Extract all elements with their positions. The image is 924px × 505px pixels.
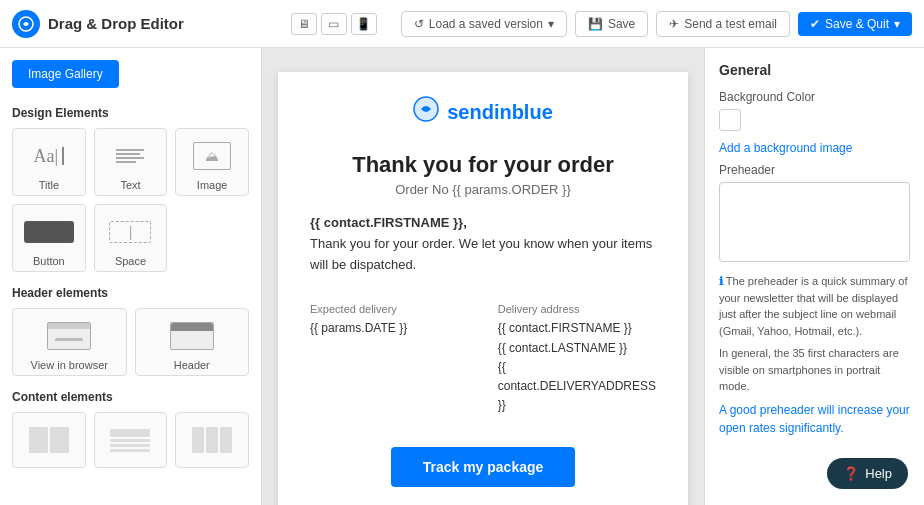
brand-logo-icon: [12, 10, 40, 38]
content1-icon: [29, 427, 69, 453]
help-icon: ❓: [843, 466, 859, 481]
dropdown-icon: ▾: [894, 17, 900, 31]
load-version-icon: ↺: [414, 17, 424, 31]
desktop-icon[interactable]: 🖥: [291, 13, 317, 35]
element-space-label: Space: [115, 255, 146, 267]
bg-color-swatch[interactable]: [719, 109, 741, 131]
toolbar: Drag & Drop Editor 🖥 ▭ 📱 ↺ Load a saved …: [0, 0, 924, 48]
tablet-icon[interactable]: ▭: [321, 13, 347, 35]
address-value: {{ contact.FIRSTNAME }} {{ contact.LASTN…: [498, 319, 656, 415]
header-elements-heading: Header elements: [12, 286, 249, 300]
mobile-icon[interactable]: 📱: [351, 13, 377, 35]
brand: Drag & Drop Editor: [12, 10, 184, 38]
element-header-label: Header: [174, 359, 210, 371]
email-heading: Thank you for your order Order No {{ par…: [278, 140, 688, 201]
info-text1: ℹ The preheader is a quick summary of yo…: [719, 273, 910, 339]
save-icon: 💾: [588, 17, 603, 31]
main-layout: Image Gallery Design Elements Aa| Title …: [0, 48, 924, 505]
email-body: {{ contact.FIRSTNAME }}, Thank you for y…: [278, 201, 688, 287]
design-elements-heading: Design Elements: [12, 106, 249, 120]
preheader-textarea[interactable]: [719, 182, 910, 262]
preheader-label: Preheader: [719, 163, 910, 177]
element-image-label: Image: [197, 179, 228, 191]
content-elements-heading: Content elements: [12, 390, 249, 404]
info-icon: ℹ: [719, 275, 723, 287]
save-button[interactable]: 💾 Save: [575, 11, 648, 37]
email-greeting: {{ contact.FIRSTNAME }},: [310, 213, 656, 234]
image-gallery-button[interactable]: Image Gallery: [12, 60, 119, 88]
delivery-date-col: Expected delivery {{ params.DATE }}: [310, 303, 466, 415]
email-title: Thank you for your order: [310, 152, 656, 178]
add-bg-image-link[interactable]: Add a background image: [719, 141, 910, 155]
element-title-label: Title: [39, 179, 59, 191]
email-logo: sendinblue: [310, 96, 656, 128]
element-header[interactable]: Header: [135, 308, 250, 376]
open-rates-link[interactable]: A good preheader will increase your open…: [719, 403, 910, 435]
info-box: ℹ The preheader is a quick summary of yo…: [719, 273, 910, 437]
header-icon: [170, 322, 214, 350]
address-delivery: {{ contact.DELIVERYADDRESS }}: [498, 358, 656, 416]
general-heading: General: [719, 62, 910, 78]
element-image[interactable]: Image: [175, 128, 249, 196]
email-order-no: Order No {{ params.ORDER }}: [310, 182, 656, 197]
element-content2[interactable]: [94, 412, 168, 468]
element-content3[interactable]: [175, 412, 249, 468]
email-preview: sendinblue Thank you for your order Orde…: [278, 72, 688, 505]
element-button-label: Button: [33, 255, 65, 267]
email-logo-area: sendinblue: [278, 72, 688, 140]
logo-text: sendinblue: [447, 101, 553, 124]
content-elements-grid: [12, 412, 249, 468]
logo-icon: [413, 96, 439, 128]
text-icon: [112, 147, 148, 165]
content2-icon: [110, 429, 150, 452]
track-package-button[interactable]: Track my package: [391, 447, 576, 487]
info-link-text: A good preheader will increase your open…: [719, 401, 910, 437]
help-button[interactable]: ❓ Help: [827, 458, 908, 489]
element-text[interactable]: Text: [94, 128, 168, 196]
toolbar-actions: ↺ Load a saved version ▾ 💾 Save ✈ Send a…: [401, 11, 912, 37]
element-content1[interactable]: [12, 412, 86, 468]
chevron-down-icon: ▾: [548, 17, 554, 31]
element-view-browser-label: View in browser: [31, 359, 108, 371]
send-icon: ✈: [669, 17, 679, 31]
element-view-browser[interactable]: View in browser: [12, 308, 127, 376]
button-icon: [24, 221, 74, 243]
toolbar-title: Drag & Drop Editor: [48, 15, 184, 32]
device-icons: 🖥 ▭ 📱: [291, 13, 377, 35]
delivery-value: {{ params.DATE }}: [310, 319, 466, 338]
left-panel: Image Gallery Design Elements Aa| Title …: [0, 48, 262, 505]
load-version-button[interactable]: ↺ Load a saved version ▾: [401, 11, 567, 37]
design-elements-grid: Aa| Title Text Image: [12, 128, 249, 272]
address-lastname: {{ contact.LASTNAME }}: [498, 339, 656, 358]
element-text-label: Text: [120, 179, 140, 191]
email-body-text: Thank you for your order. We let you kno…: [310, 234, 656, 276]
email-cta: Track my package: [278, 431, 688, 505]
delivery-address-col: Delivery address {{ contact.FIRSTNAME }}…: [498, 303, 656, 415]
title-icon: Aa|: [34, 147, 65, 165]
delivery-label: Expected delivery: [310, 303, 466, 315]
bg-color-row: [719, 109, 910, 131]
address-firstname: {{ contact.FIRSTNAME }}: [498, 319, 656, 338]
element-space[interactable]: Space: [94, 204, 168, 272]
element-title[interactable]: Aa| Title: [12, 128, 86, 196]
content3-icon: [192, 427, 232, 453]
header-elements-grid: View in browser Header: [12, 308, 249, 376]
save-quit-button[interactable]: ✔ Save & Quit ▾: [798, 12, 912, 36]
send-test-email-button[interactable]: ✈ Send a test email: [656, 11, 790, 37]
element-button[interactable]: Button: [12, 204, 86, 272]
info-text2: In general, the 35 first characters are …: [719, 345, 910, 395]
email-delivery: Expected delivery {{ params.DATE }} Deli…: [278, 287, 688, 431]
image-icon: [193, 142, 231, 170]
space-icon: [109, 221, 151, 243]
check-icon: ✔: [810, 17, 820, 31]
right-panel: General Background Color Add a backgroun…: [704, 48, 924, 505]
address-label: Delivery address: [498, 303, 656, 315]
view-browser-icon: [47, 322, 91, 350]
email-canvas: sendinblue Thank you for your order Orde…: [262, 48, 704, 505]
bg-color-label: Background Color: [719, 90, 910, 104]
